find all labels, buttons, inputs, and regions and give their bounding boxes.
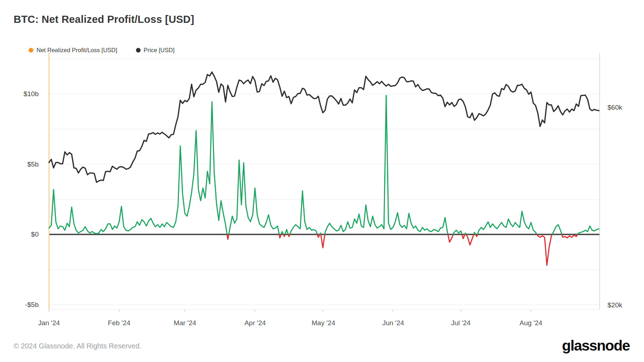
x-axis-label-apr: Apr '24	[244, 319, 266, 327]
x-axis-label-aug: Aug '24	[519, 319, 542, 327]
x-axis-label-jul: Jul '24	[451, 319, 470, 327]
y-axis-label-0: $0	[0, 230, 39, 238]
y-axis-label-neg5b: -$5b	[0, 301, 39, 309]
chart-canvas[interactable]	[0, 0, 644, 362]
y-axis-label-5b: $5b	[0, 160, 39, 168]
y-axis-label-10b: $10b	[0, 90, 39, 98]
x-axis-label-feb: Feb '24	[108, 319, 131, 327]
glassnode-logo[interactable]: glassnode	[562, 337, 630, 354]
x-axis-label-jan: Jan '24	[38, 319, 60, 327]
copyright-text: © 2024 Glassnode. All Rights Reserved.	[14, 342, 141, 350]
y-axis-label-20k: $20k	[608, 301, 622, 309]
x-axis-label-jun: Jun '24	[382, 319, 404, 327]
x-axis-label-may: May '24	[312, 319, 335, 327]
x-axis-label-mar: Mar '24	[174, 319, 196, 327]
y-axis-label-60k: $60k	[608, 104, 622, 111]
